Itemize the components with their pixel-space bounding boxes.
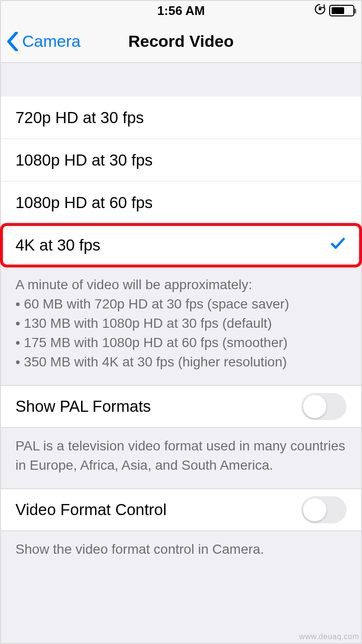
option-label: 720p HD at 30 fps [15, 109, 144, 127]
nav-bar: Camera Record Video [1, 20, 361, 63]
vfc-footer: Show the video format control in Camera. [1, 531, 361, 573]
checkmark-icon [329, 235, 347, 256]
size-line: • 175 MB with 1080p HD at 60 fps (smooth… [15, 333, 347, 352]
pal-footer: PAL is a television video format used in… [1, 428, 361, 489]
option-label: 1080p HD at 60 fps [15, 194, 153, 212]
status-time: 1:56 AM [157, 3, 205, 18]
watermark: www.deuaq.com [299, 632, 359, 641]
option-label: 1080p HD at 30 fps [15, 151, 153, 169]
orientation-lock-icon [314, 3, 326, 19]
back-button[interactable]: Camera [1, 32, 81, 51]
chevron-left-icon [7, 32, 18, 51]
pal-toggle[interactable] [301, 393, 347, 420]
vfc-toggle[interactable] [301, 496, 347, 523]
option-1080p-60[interactable]: 1080p HD at 60 fps [1, 182, 361, 224]
option-1080p-30[interactable]: 1080p HD at 30 fps [1, 139, 361, 182]
show-pal-formats-row[interactable]: Show PAL Formats [1, 385, 361, 428]
battery-icon [329, 5, 354, 16]
option-4k-30[interactable]: 4K at 30 fps [1, 224, 361, 266]
pal-label: Show PAL Formats [15, 397, 151, 416]
size-line: • 60 MB with 720p HD at 30 fps (space sa… [15, 294, 347, 314]
video-format-control-row[interactable]: Video Format Control [1, 489, 361, 531]
size-line: • 130 MB with 1080p HD at 30 fps (defaul… [15, 314, 347, 333]
option-720p-30[interactable]: 720p HD at 30 fps [1, 97, 361, 139]
size-footer-intro: A minute of video will be approximately: [15, 277, 252, 292]
size-footer: A minute of video will be approximately:… [1, 266, 361, 385]
status-bar: 1:56 AM [1, 1, 361, 20]
size-line: • 350 MB with 4K at 30 fps (higher resol… [15, 352, 347, 372]
status-right [314, 1, 354, 20]
section-gap [1, 63, 361, 97]
option-label: 4K at 30 fps [15, 236, 100, 254]
vfc-label: Video Format Control [15, 501, 167, 519]
settings-screen: 1:56 AM Camera Record Video 720p HD [0, 0, 362, 644]
back-label: Camera [22, 32, 81, 51]
svg-rect-0 [319, 8, 321, 10]
